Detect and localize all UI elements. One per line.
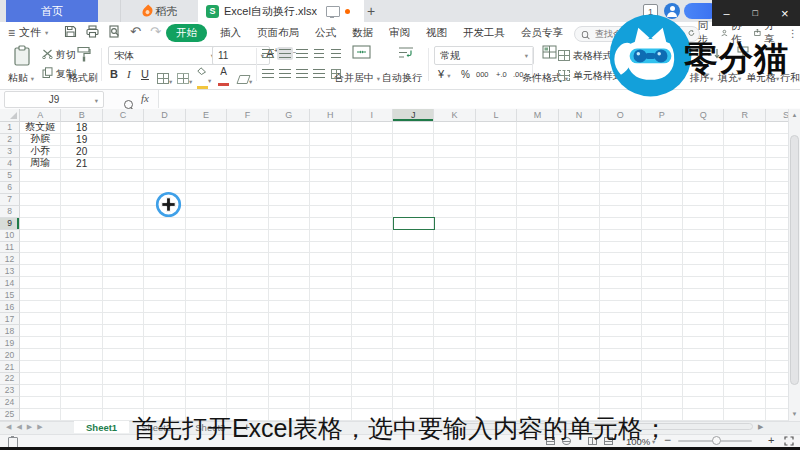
increase-decimal-button[interactable]: +.0 xyxy=(496,70,507,79)
grid-cell-S7[interactable] xyxy=(766,194,788,206)
grid-cell-F23[interactable] xyxy=(227,385,268,397)
align-left-button[interactable] xyxy=(260,67,276,80)
grid-cell-S9[interactable] xyxy=(766,218,788,230)
grid-cell-J11[interactable] xyxy=(393,242,434,254)
column-header-L[interactable]: L xyxy=(476,109,517,122)
grid-cell-H12[interactable] xyxy=(310,253,351,265)
grid-cell-K21[interactable] xyxy=(434,361,475,373)
grid-cell-J23[interactable] xyxy=(393,385,434,397)
grid-cell-R8[interactable] xyxy=(724,206,765,218)
grid-cell-E20[interactable] xyxy=(186,349,227,361)
grid-cell-G2[interactable] xyxy=(269,134,310,146)
grid-cell-Q23[interactable] xyxy=(683,385,724,397)
grid-cell-K13[interactable] xyxy=(434,265,475,277)
grid-cell-I12[interactable] xyxy=(352,253,393,265)
grid-cell-R17[interactable] xyxy=(724,313,765,325)
grid-cell-L24[interactable] xyxy=(476,397,517,409)
grid-cell-D4[interactable] xyxy=(144,158,185,170)
grid-cell-N21[interactable] xyxy=(559,361,600,373)
grid-cell-R5[interactable] xyxy=(724,170,765,182)
grid-cell-O3[interactable] xyxy=(600,146,641,158)
grid-cell-B5[interactable] xyxy=(61,170,102,182)
grid-cell-B12[interactable] xyxy=(61,253,102,265)
grid-cell-B17[interactable] xyxy=(61,313,102,325)
grid-cell-S8[interactable] xyxy=(766,206,788,218)
grid-cell-C14[interactable] xyxy=(103,277,144,289)
grid-cell-I22[interactable] xyxy=(352,373,393,385)
grid-cell-I5[interactable] xyxy=(352,170,393,182)
grid-cell-R23[interactable] xyxy=(724,385,765,397)
grid-cell-A1[interactable]: 蔡文姬 xyxy=(20,122,61,134)
grid-cell-G3[interactable] xyxy=(269,146,310,158)
menu-tab-开始[interactable]: 开始 xyxy=(166,24,207,42)
grid-cell-Q13[interactable] xyxy=(683,265,724,277)
row-header-13[interactable]: 13 xyxy=(0,265,20,277)
close-button[interactable]: × xyxy=(781,7,789,20)
grid-cell-L15[interactable] xyxy=(476,289,517,301)
grid-cell-H13[interactable] xyxy=(310,265,351,277)
grid-cell-A11[interactable] xyxy=(20,242,61,254)
row-header-10[interactable]: 10 xyxy=(0,230,20,242)
grid-cell-N2[interactable] xyxy=(559,134,600,146)
grid-cell-K10[interactable] xyxy=(434,230,475,242)
grid-cell-H10[interactable] xyxy=(310,230,351,242)
format-painter-button[interactable]: 格式刷 xyxy=(68,71,98,85)
grid-cell-O20[interactable] xyxy=(600,349,641,361)
column-header-M[interactable]: M xyxy=(517,109,558,122)
grid-cell-P13[interactable] xyxy=(642,265,683,277)
grid-cell-L3[interactable] xyxy=(476,146,517,158)
grid-cell-A2[interactable]: 孙膑 xyxy=(20,134,61,146)
grid-cell-H5[interactable] xyxy=(310,170,351,182)
menu-tab-会员专享[interactable]: 会员专享 xyxy=(518,24,566,42)
grid-cell-A23[interactable] xyxy=(20,385,61,397)
grid-cell-O8[interactable] xyxy=(600,206,641,218)
grid-cell-N17[interactable] xyxy=(559,313,600,325)
grid-cell-M17[interactable] xyxy=(517,313,558,325)
grid-cell-P12[interactable] xyxy=(642,253,683,265)
grid-cell-A14[interactable] xyxy=(20,277,61,289)
grid-cell-R15[interactable] xyxy=(724,289,765,301)
grid-cell-D19[interactable] xyxy=(144,337,185,349)
grid-cell-O6[interactable] xyxy=(600,182,641,194)
grid-cell-Q4[interactable] xyxy=(683,158,724,170)
grid-cell-O21[interactable] xyxy=(600,361,641,373)
grid-cell-J12[interactable] xyxy=(393,253,434,265)
grid-cell-I11[interactable] xyxy=(352,242,393,254)
grid-cell-C21[interactable] xyxy=(103,361,144,373)
grid-cell-H20[interactable] xyxy=(310,349,351,361)
grid-cell-D9[interactable] xyxy=(144,218,185,230)
row-header-24[interactable]: 24 xyxy=(0,397,20,409)
grid-cell-B14[interactable] xyxy=(61,277,102,289)
grid-cell-B11[interactable] xyxy=(61,242,102,254)
grid-cell-F13[interactable] xyxy=(227,265,268,277)
grid-cell-N5[interactable] xyxy=(559,170,600,182)
grid-cell-Q2[interactable] xyxy=(683,134,724,146)
name-box[interactable]: J9 ▾ xyxy=(4,91,104,108)
grid-cell-M3[interactable] xyxy=(517,146,558,158)
grid-cell-Q11[interactable] xyxy=(683,242,724,254)
grid-cell-D1[interactable] xyxy=(144,122,185,134)
grid-cell-F22[interactable] xyxy=(227,373,268,385)
currency-button[interactable]: ¥ ▾ xyxy=(438,68,450,80)
grid-cell-S12[interactable] xyxy=(766,253,788,265)
grid-cell-E10[interactable] xyxy=(186,230,227,242)
grid-cell-O11[interactable] xyxy=(600,242,641,254)
grid-cell-L1[interactable] xyxy=(476,122,517,134)
grid-cell-A4[interactable]: 周瑜 xyxy=(20,158,61,170)
grid-cell-A22[interactable] xyxy=(20,373,61,385)
grid-cell-I21[interactable] xyxy=(352,361,393,373)
grid-cell-N18[interactable] xyxy=(559,325,600,337)
grid-cell-J6[interactable] xyxy=(393,182,434,194)
grid-cell-K15[interactable] xyxy=(434,289,475,301)
grid-cell-A18[interactable] xyxy=(20,325,61,337)
row-header-18[interactable]: 18 xyxy=(0,325,20,337)
grid-cell-B6[interactable] xyxy=(61,182,102,194)
grid-cell-N4[interactable] xyxy=(559,158,600,170)
scroll-right-icon[interactable]: ▶ xyxy=(758,423,763,431)
row-header-17[interactable]: 17 xyxy=(0,313,20,325)
italic-button[interactable]: I xyxy=(127,68,131,80)
grid-cell-L10[interactable] xyxy=(476,230,517,242)
grid-cell-B16[interactable] xyxy=(61,301,102,313)
column-header-Q[interactable]: Q xyxy=(683,109,724,122)
grid-cell-M13[interactable] xyxy=(517,265,558,277)
